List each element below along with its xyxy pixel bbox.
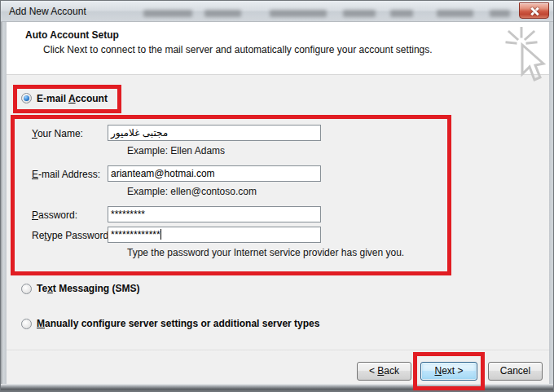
titlebar[interactable]: Add New Account — [1, 1, 554, 22]
window-border-bottom — [1, 384, 554, 392]
glass-artifact — [490, 10, 510, 17]
email-address-label: E-mail Address: — [32, 169, 100, 180]
text-messaging-radio[interactable] — [21, 284, 32, 294]
your-name-input[interactable]: مجتبى غلاميور — [108, 125, 321, 141]
email-address-hint: Example: ellen@contoso.com — [127, 186, 257, 197]
text-caret — [160, 229, 161, 240]
glass-artifact — [143, 10, 192, 17]
retype-password-label: Retype Password: — [32, 230, 111, 241]
page-title: Auto Account Setup — [25, 29, 119, 41]
window-title: Add New Account — [9, 6, 86, 17]
email-account-radio[interactable] — [21, 93, 32, 104]
glass-artifact — [390, 10, 413, 17]
next-button[interactable]: Next > — [420, 362, 477, 381]
manual-configure-radio-label[interactable]: Manually configure server settings or ad… — [37, 318, 319, 329]
manual-configure-radio[interactable] — [21, 319, 32, 329]
glass-artifact — [343, 10, 376, 17]
retype-password-input[interactable]: ************* — [108, 227, 321, 243]
close-button[interactable] — [519, 2, 549, 19]
back-button[interactable]: < Back — [357, 362, 411, 381]
wizard-header: Auto Account Setup Click Next to connect… — [7, 22, 549, 75]
mouse-click-cursor-icon — [504, 27, 553, 89]
text-messaging-radio-label[interactable]: Text Messaging (SMS) — [37, 283, 140, 294]
glass-artifact — [270, 10, 327, 17]
your-name-label: Your Name: — [32, 128, 83, 139]
glass-artifact — [437, 10, 473, 17]
email-address-input[interactable]: arianteam@hotmai.com — [108, 165, 321, 182]
glass-artifact — [204, 10, 241, 17]
footer-divider — [7, 350, 549, 351]
cancel-button[interactable]: Cancel — [488, 362, 543, 381]
add-new-account-dialog: Add New Account Auto Account Setup Click… — [0, 0, 554, 392]
window-border-left — [1, 22, 7, 384]
email-account-radio-label[interactable]: E-mail Account — [37, 93, 108, 104]
password-label: Password: — [32, 209, 77, 221]
password-input[interactable]: ********* — [108, 206, 321, 222]
your-name-hint: Example: Ellen Adams — [127, 145, 225, 156]
password-hint: Type the password your Internet service … — [127, 247, 404, 258]
page-subtitle: Click Next to connect to the mail server… — [43, 44, 433, 55]
